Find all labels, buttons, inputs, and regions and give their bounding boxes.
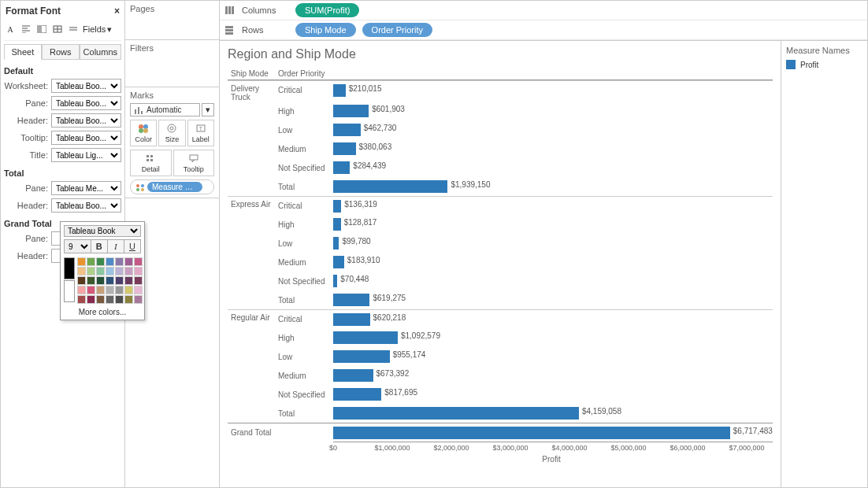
font-size-select[interactable]: 9 bbox=[64, 239, 91, 253]
color-swatch-black[interactable] bbox=[64, 257, 75, 279]
legend-item-profit[interactable]: Profit bbox=[786, 60, 862, 69]
marks-label[interactable]: T Label bbox=[187, 120, 214, 146]
bar[interactable]: $128,817 bbox=[333, 218, 341, 231]
select-header-default[interactable]: Tableau Boo... bbox=[51, 113, 121, 128]
rows-pill-priority[interactable]: Order Priority bbox=[362, 23, 432, 37]
select-tooltip[interactable]: Tableau Boo... bbox=[51, 131, 121, 145]
color-swatch[interactable] bbox=[96, 267, 105, 275]
tab-rows[interactable]: Rows bbox=[42, 44, 80, 59]
color-swatch[interactable] bbox=[87, 286, 95, 294]
svg-rect-6 bbox=[138, 107, 139, 114]
color-swatch[interactable] bbox=[134, 276, 143, 285]
align-icon[interactable] bbox=[20, 23, 32, 35]
bar[interactable]: $210,015 bbox=[333, 84, 346, 97]
marks-type-dropdown[interactable]: ▾ bbox=[202, 103, 214, 116]
bar[interactable]: $817,695 bbox=[333, 388, 381, 401]
font-a-icon[interactable]: A bbox=[4, 23, 17, 35]
select-pane-default[interactable]: Tableau Boo... bbox=[51, 96, 121, 110]
marks-tooltip[interactable]: Tooltip bbox=[173, 150, 215, 176]
shading-icon[interactable] bbox=[35, 23, 48, 35]
bar[interactable]: $1,939,150 bbox=[333, 180, 447, 193]
bar[interactable]: $1,092,579 bbox=[333, 331, 398, 344]
tab-sheet[interactable]: Sheet bbox=[4, 44, 42, 60]
lines-icon[interactable] bbox=[67, 23, 80, 35]
bar-grand-total[interactable]: $6,717,483 bbox=[333, 427, 730, 439]
color-swatch[interactable] bbox=[106, 267, 114, 275]
color-swatch[interactable] bbox=[124, 286, 133, 294]
marks-size[interactable]: Size bbox=[158, 120, 185, 146]
color-swatch[interactable] bbox=[77, 257, 86, 266]
marks-detail[interactable]: Detail bbox=[130, 150, 172, 176]
rows-shelf[interactable]: Rows Ship Mode Order Priority bbox=[220, 20, 867, 40]
x-tick-label: $1,000,000 bbox=[374, 444, 410, 452]
tab-columns[interactable]: Columns bbox=[80, 44, 121, 59]
color-swatch[interactable] bbox=[124, 276, 133, 285]
color-swatch[interactable] bbox=[124, 257, 133, 266]
columns-label: Columns bbox=[242, 6, 289, 15]
close-icon[interactable]: × bbox=[114, 6, 120, 17]
color-swatch[interactable] bbox=[115, 276, 124, 285]
color-swatch[interactable] bbox=[106, 276, 114, 285]
bar-value-label: $380,063 bbox=[359, 142, 392, 151]
color-swatch[interactable] bbox=[96, 286, 105, 294]
bar[interactable]: $601,903 bbox=[333, 105, 369, 117]
bar[interactable]: $462,730 bbox=[333, 124, 361, 136]
columns-shelf[interactable]: Columns SUM(Profit) bbox=[220, 1, 867, 20]
color-swatch[interactable] bbox=[77, 286, 86, 294]
color-swatch[interactable] bbox=[115, 295, 124, 304]
color-swatch[interactable] bbox=[115, 257, 124, 266]
bar[interactable]: $4,159,058 bbox=[333, 407, 579, 420]
color-swatch[interactable] bbox=[134, 286, 143, 294]
bar[interactable]: $136,319 bbox=[333, 200, 341, 213]
underline-button[interactable]: U bbox=[124, 239, 141, 253]
bar[interactable]: $673,392 bbox=[333, 369, 373, 382]
color-swatch[interactable] bbox=[77, 295, 86, 304]
svg-rect-7 bbox=[141, 111, 143, 114]
color-swatch[interactable] bbox=[106, 257, 114, 266]
bar[interactable]: $955,174 bbox=[333, 350, 390, 363]
color-swatch[interactable] bbox=[77, 276, 86, 285]
color-swatch[interactable] bbox=[115, 286, 124, 294]
select-header-total[interactable]: Tableau Boo... bbox=[51, 198, 121, 213]
bar[interactable]: $70,448 bbox=[333, 275, 337, 287]
color-swatch[interactable] bbox=[106, 286, 114, 294]
more-colors-link[interactable]: More colors... bbox=[64, 308, 141, 316]
color-swatch[interactable] bbox=[124, 267, 133, 275]
select-title[interactable]: Tableau Lig... bbox=[51, 148, 121, 162]
italic-button[interactable]: I bbox=[108, 239, 124, 253]
color-swatch[interactable] bbox=[96, 276, 105, 285]
bar[interactable]: $284,439 bbox=[333, 161, 350, 174]
color-swatch[interactable] bbox=[96, 295, 105, 304]
color-swatch[interactable] bbox=[87, 276, 95, 285]
color-swatch[interactable] bbox=[124, 295, 133, 304]
borders-icon[interactable] bbox=[51, 23, 64, 35]
label-icon: T bbox=[190, 123, 212, 134]
color-swatch[interactable] bbox=[134, 267, 143, 275]
color-swatch[interactable] bbox=[77, 267, 86, 275]
marks-color[interactable]: Color bbox=[130, 120, 157, 146]
select-pane-total[interactable]: Tableau Me... bbox=[51, 181, 121, 195]
fields-dropdown[interactable]: Fields▾ bbox=[83, 24, 112, 35]
bold-button[interactable]: B bbox=[91, 239, 108, 253]
color-swatch[interactable] bbox=[87, 257, 95, 266]
select-worksheet[interactable]: Tableau Boo... bbox=[51, 79, 121, 93]
color-swatch[interactable] bbox=[87, 295, 95, 304]
bar[interactable]: $620,218 bbox=[333, 313, 370, 326]
bar[interactable]: $99,780 bbox=[333, 237, 339, 250]
marks-type-select[interactable]: Automatic bbox=[130, 103, 200, 116]
bar[interactable]: $183,910 bbox=[333, 256, 344, 268]
color-swatch[interactable] bbox=[134, 295, 143, 304]
color-swatch[interactable] bbox=[87, 267, 95, 275]
color-swatch-white[interactable] bbox=[64, 280, 75, 302]
rows-pill-shipmode[interactable]: Ship Mode bbox=[295, 23, 356, 37]
bar[interactable]: $619,275 bbox=[333, 294, 369, 306]
marks-measure-names-pill[interactable]: Measure Nam... bbox=[130, 179, 214, 194]
columns-pill-profit[interactable]: SUM(Profit) bbox=[295, 3, 359, 17]
color-swatch[interactable] bbox=[134, 257, 143, 266]
color-swatch[interactable] bbox=[115, 267, 124, 275]
color-swatch[interactable] bbox=[96, 257, 105, 266]
bar[interactable]: $380,063 bbox=[333, 142, 356, 155]
priority-label: Low bbox=[275, 234, 330, 253]
font-family-select[interactable]: Tableau Book bbox=[64, 225, 141, 237]
color-swatch[interactable] bbox=[106, 295, 114, 304]
